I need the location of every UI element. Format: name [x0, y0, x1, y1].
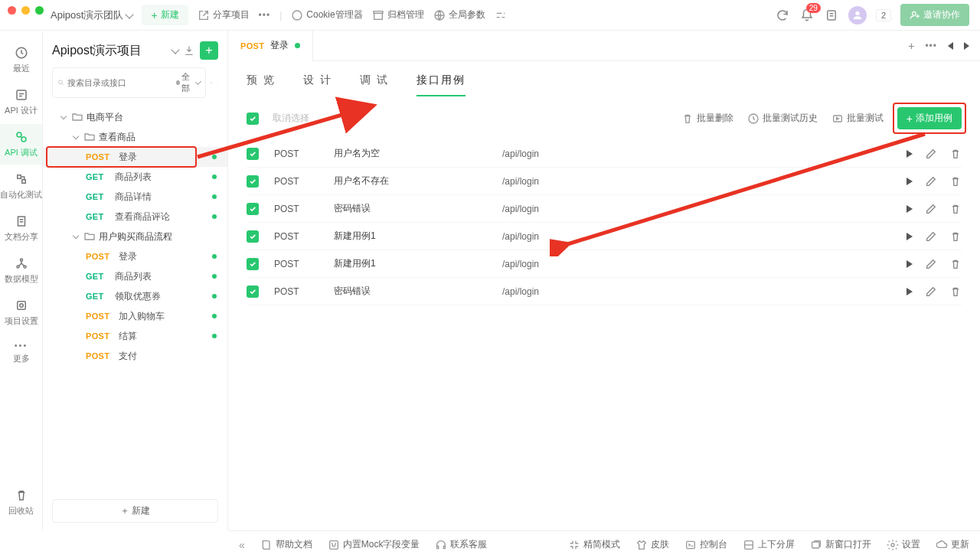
filter-all[interactable]: 全部	[176, 71, 201, 94]
rail-api-debug[interactable]: API 调试	[0, 124, 42, 165]
bell-icon[interactable]: 29	[799, 8, 815, 23]
trash-icon[interactable]	[949, 230, 962, 243]
folder-purchase-flow[interactable]: 用户购买商品流程	[43, 227, 227, 246]
api-flow-login[interactable]: POST 登录	[43, 246, 227, 266]
api-flow-list[interactable]: GET 商品列表	[43, 266, 227, 286]
mac-close[interactable]	[8, 6, 16, 15]
import-icon[interactable]	[183, 44, 195, 57]
run-icon[interactable]	[906, 150, 913, 158]
mac-minimize[interactable]	[21, 6, 30, 15]
next-tab-icon[interactable]	[964, 42, 969, 50]
sidebar-new-button[interactable]: ＋ 新建	[52, 499, 218, 523]
rail-doc-share[interactable]: 文档分享	[0, 208, 42, 249]
locate-icon[interactable]	[211, 77, 212, 89]
subtab-cases[interactable]: 接口用例	[416, 73, 466, 96]
archive-button[interactable]: 归档管理	[372, 8, 424, 21]
case-checkbox[interactable]	[247, 286, 259, 298]
batch-history-button[interactable]: 批量测试历史	[747, 112, 818, 125]
global-params-button[interactable]: 全局参数	[433, 8, 485, 21]
trash-icon[interactable]	[949, 148, 962, 160]
search-input[interactable]: 全部	[52, 67, 206, 98]
add-button[interactable]: +	[200, 41, 218, 60]
subtab-design[interactable]: 设 计	[303, 73, 332, 96]
tab-login[interactable]: POST 登录	[228, 31, 313, 60]
select-all-checkbox[interactable]	[247, 113, 259, 125]
api-goods-reviews[interactable]: GET 查看商品评论	[43, 207, 227, 227]
edit-icon[interactable]	[925, 175, 937, 188]
mac-zoom[interactable]	[35, 6, 44, 15]
prev-tab-icon[interactable]	[948, 42, 953, 50]
add-case-button[interactable]: + 添加用例	[897, 107, 962, 129]
api-login[interactable]: POST 登录	[43, 147, 227, 167]
case-checkbox[interactable]	[247, 230, 259, 243]
sync-icon[interactable]	[775, 8, 790, 23]
run-icon[interactable]	[906, 178, 913, 185]
edit-icon[interactable]	[925, 258, 937, 270]
split-button[interactable]: 上下分屏	[743, 538, 795, 551]
chevron-down-icon[interactable]	[171, 45, 179, 54]
subtab-preview[interactable]: 预 览	[247, 73, 276, 96]
contact-button[interactable]: 联系客服	[435, 538, 487, 551]
console-button[interactable]: 控制台	[684, 538, 727, 551]
case-checkbox[interactable]	[247, 203, 259, 215]
run-icon[interactable]	[906, 260, 913, 268]
api-flow-pay[interactable]: POST 支付	[43, 346, 227, 366]
rail-api-design[interactable]: API 设计	[0, 82, 42, 122]
run-icon[interactable]	[906, 233, 913, 240]
trash-icon[interactable]	[949, 258, 962, 270]
rail-project-settings[interactable]: 项目设置	[0, 292, 42, 333]
rail-auto-test[interactable]: 自动化测试	[0, 166, 42, 207]
rail-more[interactable]: ••• 更多	[0, 334, 42, 370]
case-row[interactable]: POST 密码错误 /api/login	[247, 195, 962, 223]
rail-recycle[interactable]: 回收站	[0, 482, 42, 523]
simple-mode-button[interactable]: 精简模式	[568, 538, 620, 551]
mock-vars-button[interactable]: 内置Mock字段变量	[328, 538, 420, 551]
api-flow-checkout[interactable]: POST 结算	[43, 326, 227, 346]
folder-ecommerce[interactable]: 电商平台	[43, 107, 227, 127]
trash-icon[interactable]	[949, 175, 962, 188]
case-row[interactable]: POST 新建用例1 /api/login	[247, 223, 962, 250]
avatar[interactable]	[848, 6, 867, 24]
api-goods-list[interactable]: GET 商品列表	[43, 167, 227, 187]
api-goods-detail[interactable]: GET 商品详情	[43, 187, 227, 207]
subtab-debug[interactable]: 调 试	[360, 73, 389, 96]
settings-toggle-icon[interactable]	[495, 9, 507, 21]
more-icon[interactable]: •••	[259, 10, 271, 21]
edit-icon[interactable]	[925, 286, 937, 298]
invite-button[interactable]: 邀请协作	[900, 4, 969, 26]
skin-button[interactable]: 皮肤	[635, 538, 669, 551]
rail-recent[interactable]: 最近	[0, 40, 42, 80]
rail-data-model[interactable]: 数据模型	[0, 250, 42, 291]
more-icon[interactable]: •••	[925, 41, 937, 51]
trash-icon[interactable]	[949, 203, 962, 215]
case-row[interactable]: POST 新建用例1 /api/login	[247, 250, 962, 278]
case-checkbox[interactable]	[247, 148, 259, 160]
run-icon[interactable]	[906, 288, 913, 295]
add-tab-icon[interactable]: +	[908, 41, 914, 51]
update-button[interactable]: 更新	[936, 538, 969, 551]
batch-delete-button[interactable]: 批量删除	[681, 112, 733, 125]
case-checkbox[interactable]	[247, 258, 259, 270]
case-row[interactable]: POST 用户名为空 /api/login	[247, 140, 962, 168]
run-icon[interactable]	[906, 205, 913, 213]
case-row[interactable]: POST 用户名不存在 /api/login	[247, 168, 962, 195]
edit-icon[interactable]	[925, 148, 937, 160]
api-flow-coupon[interactable]: GET 领取优惠券	[43, 286, 227, 306]
sort-icon[interactable]	[217, 77, 218, 89]
new-button[interactable]: + 新建	[142, 5, 188, 25]
settings-button[interactable]: 设置	[887, 538, 920, 551]
note-icon[interactable]	[824, 8, 839, 23]
new-window-button[interactable]: 新窗口打开	[810, 538, 871, 551]
edit-icon[interactable]	[925, 230, 937, 243]
case-row[interactable]: POST 密码错误 /api/login	[247, 278, 962, 305]
case-checkbox[interactable]	[247, 175, 259, 188]
help-doc-button[interactable]: 帮助文档	[260, 538, 312, 551]
folder-view-goods[interactable]: 查看商品	[43, 127, 227, 147]
cookie-manager-button[interactable]: Cookie管理器	[291, 8, 362, 21]
team-selector[interactable]: Apipost演示团队	[51, 8, 132, 22]
trash-icon[interactable]	[949, 286, 962, 298]
batch-test-button[interactable]: 批量测试	[831, 112, 884, 125]
project-title[interactable]: Apipost演示项目	[52, 43, 168, 59]
share-project-button[interactable]: 分享项目	[198, 8, 250, 21]
api-flow-cart[interactable]: POST 加入购物车	[43, 306, 227, 326]
